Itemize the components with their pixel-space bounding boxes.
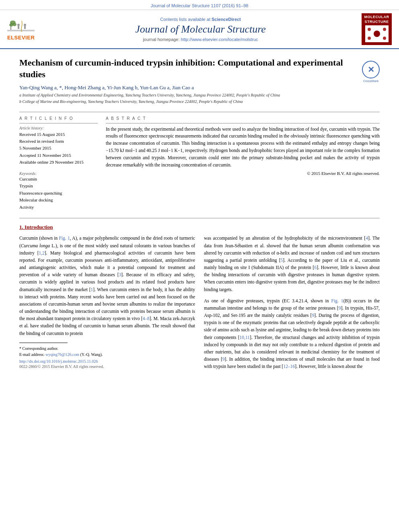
journal-name-top: Journal of Molecular Structure 1107 (201… (151, 3, 249, 8)
received-value: Received 15 August 2015 (19, 131, 98, 138)
keyword-docking: Molecular docking (19, 197, 98, 204)
sciencedirect-line: Contents lists available at ScienceDirec… (39, 17, 362, 22)
ref-9c[interactable]: 9 (222, 357, 225, 362)
affiliation-b: b College of Marine and Bio-engineering,… (19, 99, 356, 105)
svg-rect-6 (18, 26, 19, 29)
svg-point-7 (24, 24, 26, 26)
introduction-section: 1. Introduction Curcumin (shown in Fig. … (19, 224, 380, 370)
accepted-value: Accepted 11 November 2015 (19, 152, 98, 158)
ref-10-11[interactable]: 10,11 (240, 335, 250, 340)
svg-point-5 (17, 24, 20, 26)
email-link[interactable]: wyqing76@126.com (45, 352, 79, 357)
journal-header: Journal of Molecular Structure 1107 (201… (0, 0, 399, 10)
keywords-label: Keywords: (19, 171, 98, 176)
svg-rect-8 (24, 26, 26, 29)
copyright-text: © 2015 Elsevier B.V. All rights reserved… (106, 171, 380, 176)
footnote-email: E-mail address: wyqing76@126.com (Y.-Q. … (19, 351, 195, 357)
abstract-body-divider (19, 218, 380, 218)
doi-link[interactable]: http://dx.doi.org/10.1016/j.molstruc.201… (19, 359, 195, 364)
article-info-col: A R T I C L E I N F O Article history: R… (19, 116, 98, 211)
abstract-heading: A B S T R A C T (106, 116, 380, 121)
intro-right-text-2: As one of digestive proteases, trypsin (… (204, 297, 380, 370)
elsevier-tree-icon (7, 18, 35, 35)
article-info-heading: A R T I C L E I N F O (19, 116, 98, 121)
crossmark-label: CrossMark (363, 79, 379, 83)
intro-right-col: was accompanied by an alteration of the … (204, 234, 380, 370)
crossmark-block: CrossMark (362, 57, 380, 83)
history-label: Article history: (19, 126, 98, 130)
fig1b-ref[interactable]: Fig. 1 (331, 298, 343, 303)
revised-label: Received in revised form (19, 138, 98, 144)
intro-body: Curcumin (shown in Fig. 1, A), a major p… (19, 234, 380, 370)
ref-1-2[interactable]: 1,2 (39, 251, 45, 255)
authors-line: Yan-Qing Wang a, *, Hong-Mei Zhang a, Yi… (19, 84, 356, 91)
ref-5[interactable]: 5 (281, 258, 283, 263)
svg-point-17 (383, 37, 386, 40)
intro-right-text: was accompanied by an alteration of the … (204, 234, 380, 293)
abstract-col: A B S T R A C T In the present study, th… (106, 116, 380, 211)
ref-12-16[interactable]: 12–16 (283, 364, 295, 369)
sciencedirect-link-text[interactable]: ScienceDirect (212, 17, 241, 22)
content-area: Mechanism of curcumin-induced trypsin in… (0, 49, 399, 370)
ref-9b[interactable]: 9 (312, 313, 314, 318)
affiliation-a: a Institute of Applied Chemistry and Env… (19, 92, 356, 98)
crossmark-icon (362, 61, 380, 78)
available-value: Available online 29 November 2015 (19, 159, 98, 165)
homepage-url[interactable]: http://www.elsevier.com/locate/molstruc (181, 37, 258, 42)
molecular-structure-badge: MOLECULAR STRUCTURE (362, 13, 392, 45)
issn-text: 0022-2860/© 2015 Elsevier B.V. All right… (19, 364, 195, 369)
journal-homepage: journal homepage: http://www.elsevier.co… (39, 37, 362, 42)
doi-line: http://dx.doi.org/10.1016/j.molstruc.201… (19, 359, 195, 364)
title-divider (19, 112, 380, 112)
ref-3[interactable]: 3 (119, 272, 121, 277)
article-title-section: Mechanism of curcumin-induced trypsin in… (19, 49, 380, 108)
footnote-divider (19, 343, 68, 343)
fig1a-ref[interactable]: Fig. 1 (59, 236, 70, 240)
abstract-text: In the present study, the experimental a… (106, 126, 380, 169)
intro-section-title: 1. Introduction (19, 224, 380, 230)
revised-date: 5 November 2015 (19, 145, 98, 151)
svg-rect-0 (7, 30, 35, 31)
svg-point-4 (12, 23, 16, 26)
journal-badge: MOLECULAR STRUCTURE (362, 13, 392, 45)
svg-point-15 (368, 37, 371, 40)
intro-left-col: Curcumin (shown in Fig. 1, A), a major p… (19, 234, 195, 370)
info-abstract-section: A R T I C L E I N F O Article history: R… (19, 116, 380, 211)
ref-9[interactable]: 9 (339, 306, 341, 310)
ref-4-8[interactable]: 4–8 (142, 316, 149, 321)
journal-main-title: Journal of Molecular Structure (39, 23, 362, 35)
elsevier-logo: ELSEVIER (7, 18, 39, 41)
banner-center: Contents lists available at ScienceDirec… (39, 17, 362, 42)
keyword-curcumin: Curcumin (19, 176, 98, 183)
elsevier-wordmark: ELSEVIER (7, 35, 35, 41)
keyword-fluorescence: Fluorescence quenching (19, 190, 98, 197)
footnote-corresponding: * Corresponding author. (19, 345, 195, 351)
svg-point-16 (383, 28, 386, 31)
abstract-divider (106, 123, 380, 123)
keyword-trypsin: Trypsin (19, 183, 98, 190)
keyword-activity: Activity (19, 204, 98, 211)
ref-1b[interactable]: 1 (90, 287, 93, 292)
ref-6[interactable]: 6 (314, 265, 317, 270)
intro-left-text: Curcumin (shown in Fig. 1, A), a major p… (19, 234, 195, 337)
header-banner: ELSEVIER Contents lists available at Sci… (0, 10, 399, 49)
svg-point-9 (374, 31, 380, 37)
article-title: Mechanism of curcumin-induced trypsin in… (19, 57, 356, 80)
badge-molecule-icon (365, 25, 389, 42)
svg-point-14 (368, 28, 371, 31)
authors-text: Yan-Qing Wang a, *, Hong-Mei Zhang a, Yi… (19, 84, 194, 90)
ref-4b[interactable]: 4 (366, 236, 368, 240)
info-divider (19, 123, 98, 123)
article-title-block: Mechanism of curcumin-induced trypsin in… (19, 57, 362, 105)
